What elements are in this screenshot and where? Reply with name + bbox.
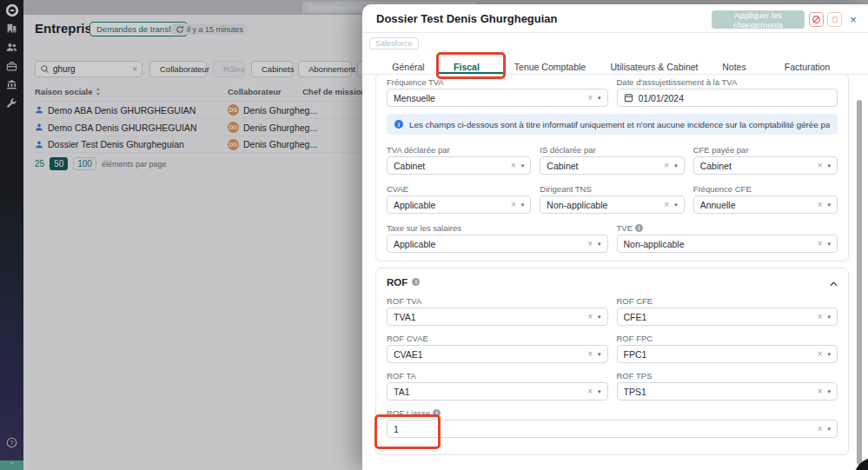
clear-icon[interactable]: × [818, 312, 823, 321]
search-input-wrapper[interactable]: × [35, 61, 142, 77]
apply-changes-button[interactable]: Appliquer les changements [712, 10, 805, 29]
block-icon [812, 15, 821, 24]
clear-icon[interactable]: × [818, 387, 823, 396]
rof-liasse-select[interactable]: 1 ×▾ [387, 420, 838, 438]
is-declaree-par-select[interactable]: Cabinet ×▾ [540, 156, 684, 175]
tve-select[interactable]: Non-applicable ×▾ [617, 235, 838, 253]
collaborators-icon[interactable] [0, 42, 23, 53]
field-rof-tps: ROF TPS TPS1 ×▾ [617, 371, 838, 400]
clear-icon[interactable]: × [511, 200, 516, 209]
block-button[interactable] [809, 12, 824, 27]
svg-text:?: ? [10, 440, 14, 446]
frequence-cfe-select[interactable]: Annuelle ×▾ [693, 195, 838, 214]
refresh-status[interactable]: il y a 15 minutes [170, 23, 248, 35]
field-cfe-payee-par: CFE payée par Cabinet ×▾ [693, 145, 838, 175]
filter-roles-button[interactable]: Rôles [213, 61, 245, 77]
salesforce-button[interactable]: Salesforce [369, 37, 419, 50]
close-icon[interactable]: × [846, 12, 860, 26]
clear-search-icon[interactable]: × [132, 64, 137, 74]
rof-card: ROF i ROF TVA TVA1 ×▾ ROF CFE CF [375, 268, 849, 455]
caret-down-icon: ▾ [674, 202, 678, 209]
missions-briefcase-icon[interactable] [0, 61, 23, 72]
caret-down-icon: ▾ [521, 202, 525, 209]
search-input[interactable] [53, 64, 129, 74]
date-assujettissement-input[interactable]: 01/01/2024 [617, 89, 838, 107]
caret-down-icon: ▾ [521, 162, 525, 169]
tab-facturation[interactable]: Facturation [785, 62, 831, 72]
rof-fpc-select[interactable]: FPC1 ×▾ [617, 345, 838, 363]
cfe-payee-par-select[interactable]: Cabinet ×▾ [693, 156, 838, 175]
clear-icon[interactable]: × [818, 161, 823, 170]
pennylane-logo-icon[interactable] [0, 3, 23, 17]
tab-utilisateurs-cabinet[interactable]: Utilisateurs & Cabinet [611, 62, 699, 72]
bank-icon[interactable] [0, 79, 23, 90]
field-is-declaree-par: IS déclarée par Cabinet ×▾ [540, 145, 684, 175]
sidebar-collapse-button[interactable]: ⌃ [0, 460, 23, 470]
rof-ta-select[interactable]: TA1 ×▾ [387, 382, 608, 400]
page-size-label: éléments par page [102, 160, 167, 169]
caret-down-icon: ▾ [827, 388, 831, 395]
clear-icon[interactable]: × [587, 387, 593, 396]
companies-icon[interactable] [0, 23, 23, 34]
clear-icon[interactable]: × [587, 93, 593, 103]
frequence-tva-select[interactable]: Mensuelle ×▾ [387, 89, 608, 107]
delete-button[interactable] [827, 12, 842, 27]
company-person-icon [35, 105, 43, 115]
tools-wrench-icon[interactable] [0, 97, 23, 109]
collapse-section-icon[interactable] [830, 275, 838, 290]
cvae-select[interactable]: Applicable ×▾ [387, 195, 531, 214]
rof-tps-select[interactable]: TPS1 ×▾ [617, 382, 838, 400]
column-header-raison-sociale[interactable]: Raison sociale [35, 87, 101, 96]
page-size-25[interactable]: 25 [35, 159, 44, 169]
filter-abonnement-button[interactable]: Abonnement [298, 61, 352, 77]
field-date-assujettissement: Date d'assujettissement à la TVA 01/01/2… [617, 77, 838, 107]
field-label: Date d'assujettissement à la TVA [617, 77, 838, 87]
clear-icon[interactable]: × [818, 239, 823, 248]
app-root: ? ⌃ Sélectionner un Entreprises Demandes… [0, 0, 868, 470]
trash-icon [831, 15, 839, 24]
field-frequence-tva: Fréquence TVA Mensuelle ×▾ [387, 77, 608, 107]
avatar: DG [228, 104, 239, 116]
clear-icon[interactable]: × [664, 200, 669, 209]
info-icon[interactable]: i [412, 278, 420, 286]
filter-collaborateur-button[interactable]: Collaborateur [149, 61, 207, 77]
tab-notes[interactable]: Notes [722, 62, 745, 72]
field-frequence-cfe: Fréquence CFE Annuelle ×▾ [693, 184, 838, 214]
caret-down-icon: ▾ [598, 388, 601, 395]
clear-icon[interactable]: × [818, 200, 823, 209]
avatar: DG [228, 122, 239, 133]
filter-cabinets-button[interactable]: Cabinets [251, 61, 293, 77]
rof-cvae-select[interactable]: CVAE1 ×▾ [387, 345, 608, 363]
caret-down-icon: ▾ [827, 162, 831, 169]
tva-declaree-par-select[interactable]: Cabinet ×▾ [387, 156, 531, 175]
info-icon[interactable]: i [433, 409, 441, 417]
tab-fiscal[interactable]: Fiscal [454, 62, 480, 72]
clear-icon[interactable]: × [818, 424, 823, 434]
caret-down-icon: ▾ [827, 351, 831, 358]
modal-scrollbar[interactable] [857, 100, 862, 465]
caret-down-icon: ▾ [827, 314, 831, 321]
column-header-collaborateur[interactable]: Collaborateur [228, 87, 282, 96]
sort-icon[interactable] [96, 88, 101, 96]
tab-general[interactable]: Général [392, 62, 424, 72]
clear-icon[interactable]: × [511, 161, 516, 170]
dirigeant-tns-select[interactable]: Non-applicable ×▾ [540, 195, 684, 214]
tab-tenue-comptable[interactable]: Tenue Comptable [514, 62, 586, 72]
rof-tva-select[interactable]: TVA1 ×▾ [387, 308, 608, 326]
field-taxe-salaires: Taxe sur les salaires Applicable ×▾ [387, 223, 608, 253]
search-icon [40, 64, 50, 74]
clear-icon[interactable]: × [587, 349, 593, 359]
page-size-100[interactable]: 100 [73, 157, 96, 170]
taxe-salaires-select[interactable]: Applicable ×▾ [387, 235, 608, 253]
help-icon[interactable]: ? [0, 437, 23, 448]
clear-icon[interactable]: × [818, 349, 823, 359]
clear-icon[interactable]: × [664, 161, 669, 170]
rof-cfe-select[interactable]: CFE1 ×▾ [617, 308, 838, 326]
info-banner: i Les champs ci-dessous sont à titre inf… [387, 114, 838, 135]
info-icon[interactable]: i [635, 224, 643, 232]
clear-icon[interactable]: × [587, 239, 593, 248]
page-size-50-selected[interactable]: 50 [50, 157, 68, 170]
column-header-chef-de-mission[interactable]: Chef de mission [302, 87, 366, 96]
caret-down-icon: ▾ [598, 241, 601, 248]
clear-icon[interactable]: × [587, 312, 593, 321]
